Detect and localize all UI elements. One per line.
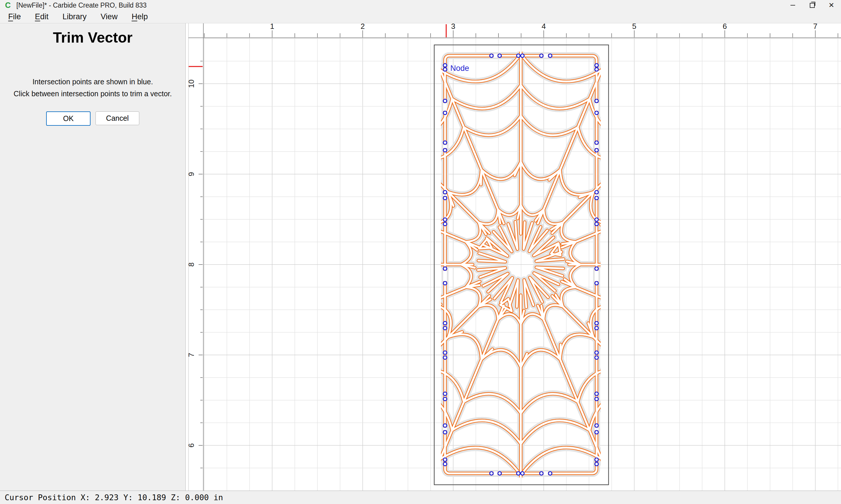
intersection-node[interactable] bbox=[595, 351, 598, 354]
intersection-node[interactable] bbox=[443, 351, 447, 354]
intersection-node[interactable] bbox=[443, 222, 447, 226]
intersection-node[interactable] bbox=[595, 111, 598, 115]
intersection-node[interactable] bbox=[443, 148, 447, 152]
intersection-node[interactable] bbox=[595, 431, 598, 434]
status-bar: Cursor Position X: 2.923 Y: 10.189 Z: 0.… bbox=[0, 490, 841, 504]
minimize-button[interactable] bbox=[783, 0, 803, 11]
intersection-node[interactable] bbox=[443, 392, 447, 396]
v-ruler-label: 7 bbox=[187, 353, 196, 357]
v-ruler-label: 10 bbox=[187, 79, 196, 88]
instruction-line-2: Click between intersection points to tri… bbox=[0, 88, 185, 100]
menu-library[interactable]: Library bbox=[55, 12, 94, 21]
intersection-node[interactable] bbox=[521, 54, 524, 57]
window-title: [NewFile]* - Carbide Create PRO, Build 8… bbox=[16, 1, 147, 9]
trim-vector-panel: Trim Vector Intersection points are show… bbox=[0, 23, 186, 490]
intersection-node[interactable] bbox=[595, 68, 598, 71]
intersection-node[interactable] bbox=[595, 326, 598, 330]
intersection-node[interactable] bbox=[443, 64, 447, 67]
intersection-node[interactable] bbox=[595, 196, 598, 200]
intersection-node[interactable] bbox=[595, 64, 598, 67]
intersection-node[interactable] bbox=[539, 472, 543, 475]
intersection-node[interactable] bbox=[595, 191, 598, 194]
intersection-node[interactable] bbox=[443, 141, 447, 144]
cursor-position-readout: Cursor Position X: 2.923 Y: 10.189 Z: 0.… bbox=[5, 493, 223, 502]
instructions: Intersection points are shown in blue. C… bbox=[0, 76, 185, 100]
intersection-node[interactable] bbox=[443, 111, 447, 115]
intersection-node[interactable] bbox=[595, 99, 598, 103]
intersection-node[interactable] bbox=[443, 431, 447, 434]
window-controls: ✕ bbox=[783, 0, 841, 11]
intersection-node[interactable] bbox=[498, 472, 501, 475]
restore-button[interactable] bbox=[803, 0, 822, 11]
menu-file[interactable]: File bbox=[1, 12, 28, 21]
intersection-node[interactable] bbox=[595, 424, 598, 427]
intersection-node[interactable] bbox=[498, 54, 501, 57]
node-tooltip: Node bbox=[450, 64, 469, 73]
intersection-node[interactable] bbox=[521, 472, 524, 475]
v-ruler-label: 6 bbox=[187, 443, 196, 447]
intersection-node[interactable] bbox=[595, 218, 598, 221]
h-ruler-label: 3 bbox=[451, 23, 455, 31]
v-ruler-label: 9 bbox=[187, 172, 196, 176]
close-button[interactable]: ✕ bbox=[822, 0, 841, 11]
intersection-node[interactable] bbox=[443, 462, 447, 466]
h-ruler-label: 2 bbox=[361, 23, 365, 31]
intersection-node[interactable] bbox=[443, 321, 447, 325]
intersection-node[interactable] bbox=[595, 282, 598, 285]
h-ruler-label: 1 bbox=[270, 23, 274, 31]
intersection-node[interactable] bbox=[595, 267, 598, 270]
instruction-line-1: Intersection points are shown in blue. bbox=[0, 76, 185, 88]
intersection-node[interactable] bbox=[548, 472, 552, 475]
menu-edit[interactable]: Edit bbox=[28, 12, 56, 21]
intersection-node[interactable] bbox=[443, 218, 447, 221]
intersection-node[interactable] bbox=[490, 472, 493, 475]
intersection-node[interactable] bbox=[490, 54, 493, 57]
design-canvas[interactable]: Node1234567109876 bbox=[186, 23, 841, 490]
page-title: Trim Vector bbox=[0, 29, 185, 46]
intersection-node[interactable] bbox=[443, 282, 447, 285]
accel-letter: H bbox=[132, 12, 138, 21]
accel-letter: E bbox=[35, 12, 40, 21]
v-ruler-label: 8 bbox=[187, 263, 196, 267]
cancel-button[interactable]: Cancel bbox=[96, 111, 139, 125]
ok-button[interactable]: OK bbox=[46, 111, 90, 126]
intersection-node[interactable] bbox=[595, 148, 598, 152]
menu-bar: FileEditLibraryViewHelp bbox=[0, 11, 841, 23]
intersection-node[interactable] bbox=[595, 462, 598, 466]
minimize-icon bbox=[790, 5, 795, 5]
intersection-node[interactable] bbox=[595, 397, 598, 401]
intersection-node[interactable] bbox=[595, 141, 598, 144]
button-row: OK Cancel bbox=[0, 111, 185, 126]
intersection-node[interactable] bbox=[443, 68, 447, 71]
intersection-node[interactable] bbox=[443, 458, 447, 462]
intersection-node[interactable] bbox=[595, 321, 598, 325]
intersection-node[interactable] bbox=[443, 356, 447, 359]
intersection-node[interactable] bbox=[443, 267, 447, 270]
intersection-node[interactable] bbox=[548, 54, 552, 57]
intersection-node[interactable] bbox=[517, 472, 520, 475]
intersection-node[interactable] bbox=[595, 458, 598, 462]
restore-icon bbox=[810, 3, 815, 8]
intersection-node[interactable] bbox=[443, 196, 447, 200]
intersection-node[interactable] bbox=[443, 326, 447, 330]
h-ruler-label: 4 bbox=[542, 23, 546, 31]
intersection-node[interactable] bbox=[539, 54, 543, 57]
title-bar: C [NewFile]* - Carbide Create PRO, Build… bbox=[0, 0, 841, 11]
intersection-node[interactable] bbox=[595, 222, 598, 226]
intersection-node[interactable] bbox=[595, 392, 598, 396]
intersection-node[interactable] bbox=[443, 397, 447, 401]
accel-letter: F bbox=[8, 12, 13, 21]
intersection-node[interactable] bbox=[443, 424, 447, 427]
menu-view[interactable]: View bbox=[94, 12, 125, 21]
h-ruler-label: 5 bbox=[632, 23, 636, 31]
menu-help[interactable]: Help bbox=[125, 12, 155, 21]
intersection-node[interactable] bbox=[595, 356, 598, 359]
intersection-node[interactable] bbox=[443, 191, 447, 194]
h-ruler-label: 6 bbox=[723, 23, 727, 31]
h-ruler-label: 7 bbox=[813, 23, 817, 31]
intersection-node[interactable] bbox=[443, 99, 447, 103]
app-logo-icon: C bbox=[3, 1, 12, 10]
intersection-node[interactable] bbox=[517, 54, 520, 57]
